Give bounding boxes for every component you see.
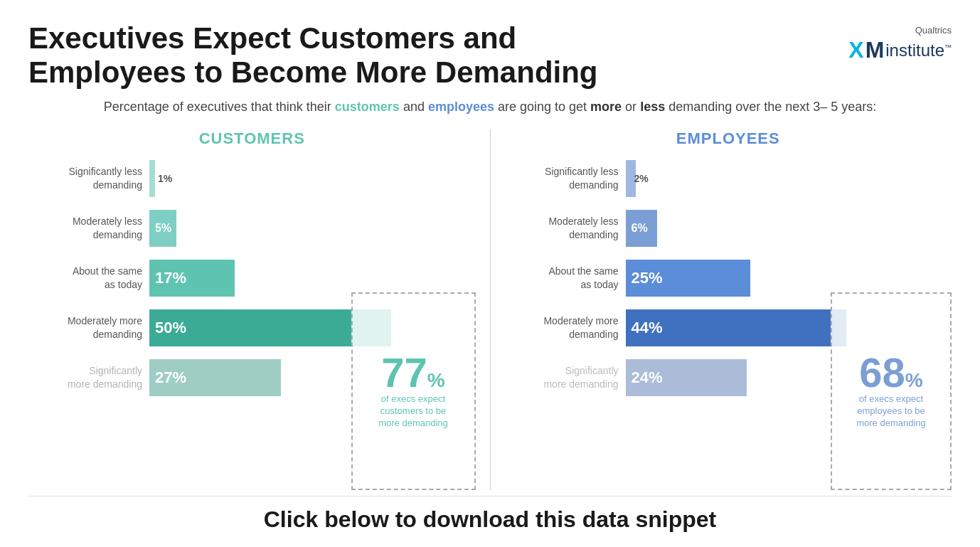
bar-value-c2: 5% — [155, 222, 171, 235]
bar-label-c5: Significantlymore demanding — [28, 364, 149, 390]
bar-label-c3: About the sameas today — [28, 265, 149, 290]
table-row: Significantly lessdemanding 1% — [28, 154, 476, 203]
bar-label-e5: Significantlymore demanding — [505, 364, 626, 390]
header-section: Executives Expect Customers and Employee… — [28, 21, 952, 90]
logo-m: M — [866, 37, 885, 63]
bar-e2: 6% — [626, 210, 657, 247]
bar-e5: 24% — [626, 359, 747, 396]
cta-text[interactable]: Click below to download this data snippe… — [28, 506, 952, 533]
employees-highlight-text: of execs expectemployees to bemore deman… — [849, 393, 933, 430]
bar-value-e5: 24% — [632, 368, 663, 387]
bar-value-e2: 6% — [632, 222, 648, 235]
bar-container-c2: 5% — [149, 203, 476, 253]
table-row: Significantly lessdemanding 2% — [505, 154, 952, 203]
subtitle: Percentage of executives that think thei… — [28, 97, 952, 117]
employees-chart-title: EMPLOYEES — [505, 129, 952, 148]
bar-c3: 17% — [149, 260, 235, 297]
table-row: Moderately lessdemanding 5% — [28, 203, 476, 253]
bar-value-e3: 25% — [632, 269, 663, 287]
bar-c2: 5% — [149, 210, 176, 247]
bar-value-c5: 27% — [155, 368, 186, 387]
bar-label-e3: About the sameas today — [505, 265, 626, 290]
page-title: Executives Expect Customers and Employee… — [28, 21, 612, 90]
bar-c1: 1% — [149, 160, 155, 197]
customers-bar-chart: Significantly lessdemanding 1% Moderatel… — [28, 154, 476, 490]
bar-value-e1: 2% — [632, 173, 649, 184]
customers-highlight-box: 77% of execs expectcustomers to bemore d… — [351, 292, 476, 490]
customers-highlight-number: 77% — [381, 352, 444, 393]
logo-brand: XM institute™ — [848, 37, 952, 63]
bar-label-e1: Significantly lessdemanding — [505, 165, 626, 191]
employees-bar-chart: Significantly lessdemanding 2% Moderatel… — [505, 154, 952, 490]
logo-institute: institute™ — [885, 41, 952, 60]
bar-value-c4: 50% — [155, 319, 186, 337]
bar-label-e4: Moderately moredemanding — [505, 314, 626, 340]
logo-x: X — [848, 37, 863, 63]
bar-container-c1: 1% — [149, 154, 476, 203]
customers-highlight-text: of execs expectcustomers to bemore deman… — [371, 393, 455, 430]
bar-label-c4: Moderately moredemanding — [28, 314, 149, 340]
logo-company: Qualtrics — [915, 25, 952, 36]
employees-highlight-number: 68% — [859, 352, 922, 393]
employees-chart: EMPLOYEES Significantly lessdemanding 2%… — [491, 129, 952, 490]
cta-section[interactable]: Click below to download this data snippe… — [28, 496, 952, 533]
subtitle-employees-word: employees — [428, 100, 494, 114]
bar-label-e2: Moderately lessdemanding — [505, 215, 626, 240]
bar-container-e2: 6% — [626, 203, 952, 253]
employees-highlight-box: 68% of execs expectemployees to bemore d… — [831, 292, 952, 490]
bar-value-c3: 17% — [155, 269, 186, 287]
page-container: Executives Expect Customers and Employee… — [0, 0, 980, 547]
customers-chart: CUSTOMERS Significantly lessdemanding 1%… — [28, 129, 491, 490]
table-row: Moderately lessdemanding 6% — [505, 203, 952, 253]
bar-label-c1: Significantly lessdemanding — [28, 165, 149, 191]
bar-c5: 27% — [149, 359, 281, 396]
bar-e3: 25% — [626, 260, 750, 297]
customers-chart-title: CUSTOMERS — [28, 129, 476, 148]
bar-container-e1: 2% — [626, 154, 952, 203]
logo: Qualtrics XM institute™ — [848, 21, 952, 63]
charts-section: CUSTOMERS Significantly lessdemanding 1%… — [28, 129, 952, 490]
bar-e4: 44% — [626, 309, 846, 346]
bar-label-c2: Moderately lessdemanding — [28, 215, 149, 240]
bar-value-c1: 1% — [155, 173, 172, 184]
subtitle-customers-word: customers — [335, 100, 400, 114]
subtitle-text-mid2: are going to get more or less demanding … — [494, 100, 876, 114]
bar-e1: 2% — [626, 160, 636, 197]
subtitle-text-before: Percentage of executives that think thei… — [104, 100, 335, 114]
bar-value-e4: 44% — [632, 319, 663, 337]
subtitle-text-mid1: and — [400, 100, 428, 114]
